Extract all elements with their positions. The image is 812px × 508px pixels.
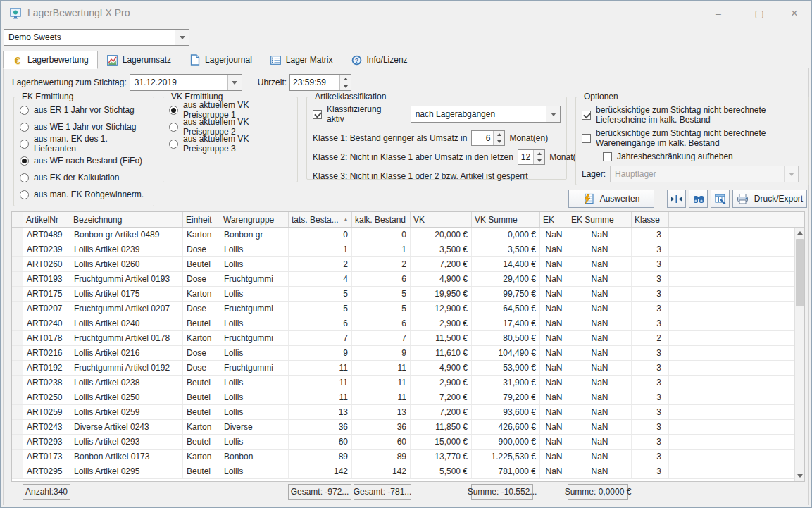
radio-icon[interactable] <box>169 123 178 132</box>
radio-icon[interactable] <box>20 190 29 199</box>
klasse2-spinner[interactable] <box>533 150 544 164</box>
auswerten-button[interactable]: Auswerten <box>568 190 654 208</box>
column-header-warengruppe[interactable]: Warengruppe <box>220 212 289 227</box>
radio-option-ek_ermittlung-4[interactable]: aus WE nach Bestand (FiFo) <box>20 152 148 169</box>
column-header-vk_summe[interactable]: VK Summe <box>472 212 540 227</box>
uhrzeit-input[interactable]: 23:59:59 <box>289 74 351 91</box>
spin-down-icon[interactable] <box>340 82 351 90</box>
table-row[interactable]: ART0178Fruchtgummi Artikel 0178KartonFru… <box>12 331 804 346</box>
checkbox-icon[interactable] <box>582 134 591 143</box>
radio-option-ek_ermittlung-2[interactable]: aus WE 1 Jahr vor Stichtag <box>20 118 148 135</box>
row-selector-cell[interactable] <box>12 435 23 449</box>
option-checkbox-3[interactable]: Jahresbeschränkung aufheben <box>603 151 803 161</box>
klasse1-monate-input[interactable]: 6 <box>471 130 505 146</box>
fit-columns-button[interactable] <box>667 190 686 208</box>
radio-selected-icon[interactable] <box>169 106 178 115</box>
radio-option-ek_ermittlung-1[interactable]: aus ER 1 Jahr vor Stichtag <box>20 101 148 118</box>
druck-export-button[interactable]: Druck/Export <box>732 190 807 208</box>
customize-columns-button[interactable] <box>711 190 730 208</box>
column-header-artikelnr[interactable]: ArtikelNr <box>23 212 70 227</box>
radio-option-ek_ermittlung-5[interactable]: aus EK der Kalkulation <box>20 169 148 186</box>
radio-icon[interactable] <box>20 173 29 182</box>
klassifizierung-aktiv-checkbox[interactable]: Klassifizierung aktiv <box>313 104 399 124</box>
row-selector-cell[interactable] <box>12 316 23 330</box>
table-row[interactable]: ART0293Lollis Artikel 0293BeutelLollis60… <box>12 435 804 450</box>
scroll-down-icon[interactable] <box>795 471 804 481</box>
column-header-tats_bestand[interactable]: tats. Besta...▲ <box>289 212 352 227</box>
radio-icon[interactable] <box>20 140 29 149</box>
vertical-scrollbar[interactable] <box>794 228 804 481</box>
option-checkbox-1[interactable]: berücksichtige zum Stichtag nicht berech… <box>582 105 803 125</box>
row-selector-cell[interactable] <box>12 361 23 375</box>
spin-down-icon[interactable] <box>534 157 544 164</box>
row-selector-cell[interactable] <box>12 376 23 390</box>
option-checkbox-2[interactable]: berücksichtige zum Stichtag nicht berech… <box>582 128 803 148</box>
row-selector-cell[interactable] <box>12 242 23 256</box>
column-header-ek[interactable]: EK <box>540 212 568 227</box>
radio-icon[interactable] <box>20 123 29 132</box>
table-row[interactable]: ART0216Lollis Artikel 0216DoseLollis9911… <box>12 346 804 361</box>
row-selector-cell[interactable] <box>12 464 23 478</box>
uhrzeit-spinner[interactable] <box>339 75 351 90</box>
minimize-button[interactable]: – <box>710 5 727 22</box>
radio-option-vk_ermittlung-1[interactable]: aus aktuellem VK Preisgruppe 1 <box>169 101 292 118</box>
column-header-einheit[interactable]: Einheit <box>183 212 220 227</box>
table-row[interactable]: ART0250Lollis Artikel 0250BeutelLollis11… <box>12 390 804 405</box>
column-header-kalk_bestand[interactable]: kalk. Bestand <box>352 212 411 227</box>
spin-up-icon[interactable] <box>340 75 351 82</box>
tab-lagerumsatz[interactable]: Lagerumsatz <box>98 51 180 68</box>
table-row[interactable]: ART0239Lollis Artikel 0239DoseLollis113,… <box>12 242 804 257</box>
row-selector-cell[interactable] <box>12 287 23 301</box>
klassifikation-mode-select[interactable]: nach Lagerabgängen <box>411 106 561 123</box>
klasse1-spinner[interactable] <box>493 131 504 145</box>
radio-option-vk_ermittlung-3[interactable]: aus aktuellem VK Preisgruppe 3 <box>169 135 292 152</box>
row-selector-cell[interactable] <box>12 450 23 464</box>
radio-option-ek_ermittlung-6[interactable]: aus man. EK Rohgewinnerm. <box>20 186 148 203</box>
row-selector-cell[interactable] <box>12 346 23 360</box>
row-selector-cell[interactable] <box>12 420 23 434</box>
mandant-dropdown-button[interactable] <box>175 30 189 45</box>
tab-lagerjournal[interactable]: Lagerjournal <box>180 51 261 68</box>
klasse2-monate-input[interactable]: 12 <box>518 149 545 165</box>
radio-selected-icon[interactable] <box>20 156 29 166</box>
table-row[interactable]: ART0240Lollis Artikel 0240BeutelLollis66… <box>12 316 804 331</box>
column-header-bezeichnung[interactable]: Bezeichnung <box>70 212 183 227</box>
stichtag-dropdown-button[interactable] <box>227 75 242 90</box>
row-selector-cell[interactable] <box>12 331 23 345</box>
spin-up-icon[interactable] <box>534 150 544 157</box>
table-row[interactable]: ART0238Lollis Artikel 0238BeutelLollis11… <box>12 376 804 390</box>
row-selector-cell[interactable] <box>12 272 23 286</box>
tab-info-lizenz[interactable]: ?Info/Lizenz <box>342 51 417 68</box>
scroll-up-icon[interactable] <box>795 228 804 238</box>
table-row[interactable]: ART0193Fruchtgummi Artikel 0193DoseFruch… <box>12 272 804 287</box>
maximize-button[interactable]: ▢ <box>751 5 768 22</box>
stichtag-date-select[interactable]: 31.12.2019 <box>130 74 242 91</box>
table-row[interactable]: ART0207Fruchtgummi Artikel 0207DoseFruch… <box>12 302 804 316</box>
close-button[interactable]: × <box>786 5 803 22</box>
tab-lager-matrix[interactable]: Lager Matrix <box>261 51 342 68</box>
tab-lagerbewertung[interactable]: €Lagerbewertung <box>3 51 98 69</box>
klassifikation-dropdown-button[interactable] <box>546 106 560 122</box>
table-row[interactable]: ART0175Lollis Artikel 0175KartonLollis55… <box>12 287 804 302</box>
radio-icon[interactable] <box>20 106 29 115</box>
table-row[interactable]: ART0489Bonbon gr Artikel 0489KartonBonbo… <box>12 228 804 242</box>
row-selector-cell[interactable] <box>12 405 23 419</box>
row-selector-cell[interactable] <box>12 257 23 271</box>
mandant-select[interactable]: Demo Sweets <box>4 29 189 46</box>
column-header-ek_summe[interactable]: EK Summe <box>568 212 632 227</box>
row-selector-cell[interactable] <box>12 228 23 242</box>
table-row[interactable]: ART0192Fruchtgummi Artikel 0192DoseFruch… <box>12 361 804 376</box>
checkbox-icon[interactable] <box>603 152 612 161</box>
scrollbar-thumb[interactable] <box>796 239 804 306</box>
table-row[interactable]: ART0260Lollis Artikel 0260BeutelLollis22… <box>12 257 804 272</box>
radio-option-vk_ermittlung-2[interactable]: aus aktuellem VK Preisgruppe 2 <box>169 118 292 135</box>
checkbox-checked-icon[interactable] <box>313 110 322 119</box>
table-row[interactable]: ART0295Lollis Artikel 0295BeutelLollis14… <box>12 464 804 479</box>
row-selector-cell[interactable] <box>12 390 23 404</box>
table-row[interactable]: ART0173Bonbon Artikel 0173KartonBonbon89… <box>12 450 804 464</box>
column-header-klasse[interactable]: Klasse <box>632 212 669 227</box>
spin-up-icon[interactable] <box>494 131 504 138</box>
radio-icon[interactable] <box>169 140 178 149</box>
table-row[interactable]: ART0259Lollis Artikel 0259BeutelLollis13… <box>12 405 804 420</box>
checkbox-checked-icon[interactable] <box>582 111 591 120</box>
